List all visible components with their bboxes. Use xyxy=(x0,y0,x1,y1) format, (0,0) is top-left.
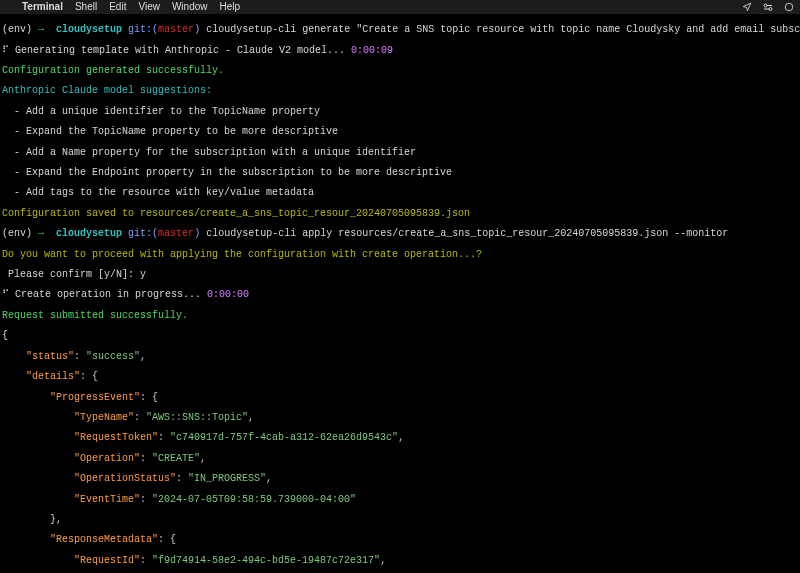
json-rm: "ResponseMetadata": { xyxy=(2,535,798,545)
menubar-item-window[interactable]: Window xyxy=(172,2,208,12)
suggestion-2: - Expand the TopicName property to be mo… xyxy=(2,127,798,137)
json-details: "details": { xyxy=(2,372,798,382)
json-open: { xyxy=(2,331,798,341)
svg-point-4 xyxy=(785,3,793,11)
create-spinner: ⠋ Create operation in progress... 0:00:0… xyxy=(2,290,798,300)
menubar-item-edit[interactable]: Edit xyxy=(109,2,126,12)
menubar-item-view[interactable]: View xyxy=(138,2,160,12)
gen-success: Configuration generated successfully. xyxy=(2,66,798,76)
menubar-item-help[interactable]: Help xyxy=(220,2,241,12)
gen-spinner: ⠏ Generating template with Anthropic - C… xyxy=(2,46,798,56)
suggestion-4: - Expand the Endpoint property in the su… xyxy=(2,168,798,178)
json-pe-close: }, xyxy=(2,515,798,525)
json-reqtoken: "RequestToken": "c740917d-757f-4cab-a312… xyxy=(2,433,798,443)
suggestions-header: Anthropic Claude model suggestions: xyxy=(2,86,798,96)
terminal-output[interactable]: (env) → cloudysetup git:(master) cloudys… xyxy=(0,14,800,573)
json-requestid: "RequestId": "f9d74914-58e2-494c-bd5e-19… xyxy=(2,556,798,566)
json-eventtime: "EventTime": "2024-07-05T09:58:59.739000… xyxy=(2,495,798,505)
suggestion-5: - Add tags to the resource with key/valu… xyxy=(2,188,798,198)
suggestion-1: - Add a unique identifier to the TopicNa… xyxy=(2,107,798,117)
siri-icon[interactable] xyxy=(784,2,794,12)
svg-point-0 xyxy=(764,4,767,7)
prompt-line-2: (env) → cloudysetup git:(master) cloudys… xyxy=(2,229,798,239)
confirm-question: Do you want to proceed with applying the… xyxy=(2,250,798,260)
svg-point-2 xyxy=(769,8,772,11)
json-pe: "ProgressEvent": { xyxy=(2,393,798,403)
location-icon[interactable] xyxy=(742,2,752,12)
json-operation: "Operation": "CREATE", xyxy=(2,454,798,464)
control-center-icon[interactable] xyxy=(762,2,774,12)
json-typename: "TypeName": "AWS::SNS::Topic", xyxy=(2,413,798,423)
json-opstatus: "OperationStatus": "IN_PROGRESS", xyxy=(2,474,798,484)
config-saved: Configuration saved to resources/create_… xyxy=(2,209,798,219)
confirm-prompt: Please confirm [y/N]: y xyxy=(2,270,798,280)
menubar-item-shell[interactable]: Shell xyxy=(75,2,97,12)
request-submitted: Request submitted successfully. xyxy=(2,311,798,321)
prompt-line-1: (env) → cloudysetup git:(master) cloudys… xyxy=(2,25,798,35)
macos-menubar: Terminal Shell Edit View Window Help xyxy=(0,0,800,14)
json-status: "status": "success", xyxy=(2,352,798,362)
suggestion-3: - Add a Name property for the subscripti… xyxy=(2,148,798,158)
menubar-app-name[interactable]: Terminal xyxy=(22,2,63,12)
